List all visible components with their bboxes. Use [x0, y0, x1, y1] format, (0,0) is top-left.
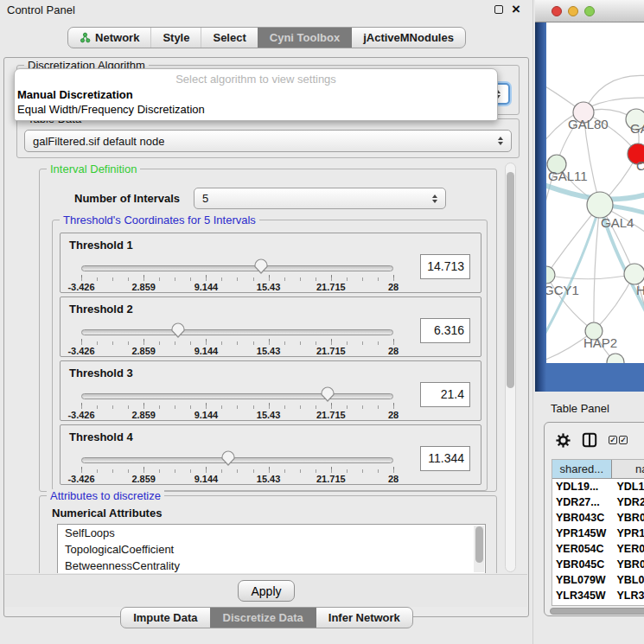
threshold-3-panel: Threshold 3 -3.4262.8599.14415.4321.7152… — [60, 360, 481, 421]
slider-track[interactable] — [81, 457, 393, 463]
network-node[interactable] — [607, 354, 624, 363]
group-title: Attributes to discretize — [47, 489, 164, 503]
list-scrollbar[interactable] — [474, 526, 484, 572]
table-row[interactable]: YBR045CYBR0 — [552, 557, 644, 572]
table-row[interactable]: YBR043CYBR0 — [552, 510, 644, 526]
attribute-item[interactable]: BetweennessCentrality — [58, 558, 485, 573]
node-label: C — [636, 158, 644, 173]
network-node[interactable] — [546, 266, 555, 284]
column-header-name[interactable]: na — [612, 460, 644, 478]
checkbox-icon[interactable]: ✓ — [619, 436, 628, 444]
float-window-icon[interactable] — [494, 5, 503, 14]
slider-track[interactable] — [81, 329, 393, 335]
network-graph: GAL80GACGAL11GAL4GCY1HHAP2 — [546, 22, 644, 363]
group-title: Interval Definition — [47, 163, 140, 176]
cell-name: YLR3 — [612, 588, 644, 603]
table-row[interactable]: YPR145WYPR1 — [552, 526, 644, 541]
cell-shared-name: YIL052C — [552, 603, 612, 606]
table-row[interactable]: YBL079WYBL0 — [552, 572, 644, 588]
vertical-scrollbar[interactable] — [505, 163, 516, 572]
slider-handle[interactable] — [220, 450, 236, 466]
cell-shared-name: YBR045C — [552, 557, 612, 572]
table-data-combobox[interactable]: galFiltered.sif default node — [24, 130, 512, 152]
minimize-traffic-light-icon[interactable] — [568, 6, 578, 16]
attribute-item[interactable]: TopologicalCoefficient — [58, 541, 485, 558]
settings-scrollpane: Interval Definition Number of Intervals … — [16, 162, 520, 573]
slider-handle[interactable] — [320, 386, 335, 402]
tick-label: 21.715 — [316, 282, 346, 292]
top-tabgroup: Network Style Select Cyni Toolbox jActiv… — [67, 27, 466, 48]
scrollbar-thumb[interactable] — [550, 608, 644, 615]
dropdown-hint: Select algorithm to view settings — [15, 71, 497, 87]
threshold-value-field[interactable]: 6.316 — [420, 318, 470, 343]
tick-label: 9.144 — [194, 410, 219, 420]
horizontal-scrollbar[interactable] — [550, 608, 644, 615]
cell-name: YDR2 — [612, 494, 644, 510]
split-columns-icon[interactable] — [582, 432, 597, 448]
network-canvas[interactable]: GAL80GACGAL11GAL4GCY1HHAP2 — [546, 22, 644, 363]
table-row[interactable]: YDL19...YDL1 — [552, 479, 644, 494]
gear-icon[interactable] — [556, 433, 571, 448]
network-edge[interactable] — [546, 274, 634, 279]
network-window-titlebar — [535, 0, 644, 22]
tick-label: 9.144 — [194, 474, 219, 484]
tick-label: 28 — [388, 282, 399, 292]
node-label: GA — [630, 121, 644, 136]
zoom-traffic-light-icon[interactable] — [584, 6, 595, 16]
table-row[interactable]: YER054CYER0 — [552, 541, 644, 557]
table-row[interactable]: YDR27...YDR2 — [552, 494, 644, 510]
cell-shared-name: YDR27... — [552, 494, 612, 510]
table-header-row: shared... na — [552, 460, 644, 479]
cell-name: YER0 — [612, 541, 644, 557]
scrollbar-thumb[interactable] — [507, 172, 514, 388]
panel-title: Control Panel — [7, 3, 75, 16]
tab-cyni-toolbox[interactable]: Cyni Toolbox — [258, 28, 351, 48]
network-view-window: GAL80GACGAL11GAL4GCY1HHAP2 — [535, 0, 644, 392]
table-row[interactable]: YLR345WYLR3 — [552, 588, 644, 603]
attribute-item[interactable]: SelfLoops — [58, 525, 485, 541]
apply-button[interactable]: Apply — [238, 580, 295, 602]
checkbox-icon[interactable]: ✓ — [609, 436, 617, 444]
tab-select[interactable]: Select — [201, 28, 257, 48]
tab-jactivemnodules[interactable]: jActiveMNodules — [351, 28, 465, 48]
dropdown-option-manual[interactable]: Manual Discretization — [15, 87, 497, 102]
tick-label: 15.43 — [257, 474, 281, 484]
node-label: GAL11 — [548, 169, 588, 183]
dropdown-option-equal-width[interactable]: Equal Width/Frequency Discretization — [15, 102, 497, 117]
threshold-value-field[interactable]: 21.4 — [420, 382, 470, 407]
slider-handle[interactable] — [253, 258, 269, 274]
column-header-shared-name[interactable]: shared... — [552, 460, 612, 478]
slider-handle[interactable] — [170, 322, 186, 338]
network-node[interactable] — [624, 264, 644, 284]
cell-shared-name: YDL19... — [552, 479, 612, 494]
tick-label: 21.715 — [316, 474, 346, 484]
close-icon[interactable]: × — [512, 3, 520, 16]
table-row[interactable]: YIL052CYIL0 — [552, 603, 644, 606]
node-label: GAL80 — [568, 117, 609, 131]
threshold-value-field[interactable]: 11.344 — [420, 446, 470, 471]
tab-style[interactable]: Style — [150, 28, 201, 48]
network-icon — [80, 32, 91, 43]
cell-shared-name: YBR043C — [552, 510, 612, 526]
threshold-1-panel: Threshold 1 -3.4262.8599.14415.4321.7152… — [60, 233, 481, 293]
table-panel-region: Table Panel ✓ — [533, 392, 644, 644]
slider-track[interactable] — [81, 265, 393, 271]
tab-infer-network[interactable]: Infer Network — [316, 608, 412, 628]
slider-track[interactable] — [81, 393, 393, 399]
cell-name: YBL0 — [612, 572, 644, 588]
node-label: H — [636, 283, 644, 297]
tab-network[interactable]: Network — [68, 28, 150, 48]
cell-name: YDL1 — [612, 479, 644, 494]
network-node[interactable] — [587, 192, 613, 218]
node-table: shared... na YDL19...YDL1YDR27...YDR2YBR… — [552, 459, 644, 606]
cell-name: YBR0 — [612, 510, 644, 526]
cell-name: YPR1 — [612, 526, 644, 541]
number-of-intervals-combobox[interactable]: 5 — [194, 188, 446, 209]
threshold-value-field[interactable]: 14.713 — [420, 254, 470, 279]
tab-discretize-data[interactable]: Discretize Data — [210, 608, 316, 628]
cell-name: YIL0 — [612, 603, 644, 606]
tab-impute-data[interactable]: Impute Data — [121, 608, 209, 628]
cell-name: YBR0 — [612, 557, 644, 572]
numerical-attributes-list: SelfLoopsTopologicalCoefficientBetweenne… — [57, 524, 486, 573]
close-traffic-light-icon[interactable] — [552, 6, 562, 16]
